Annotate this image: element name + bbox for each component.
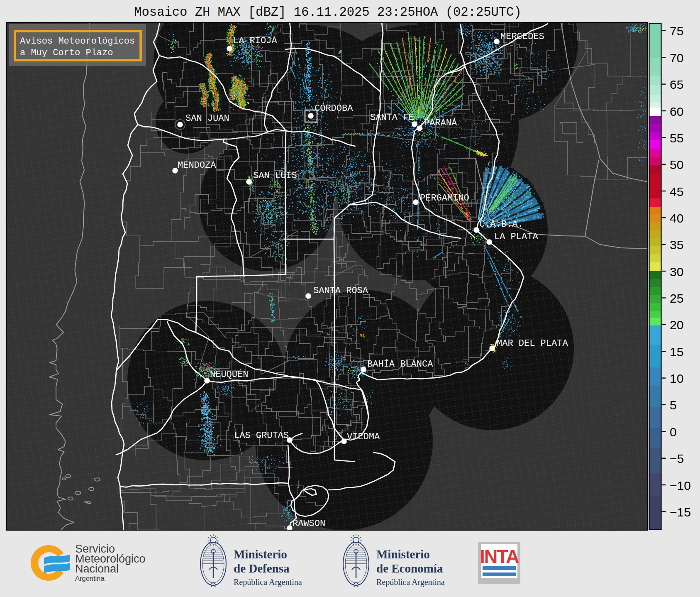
svg-text:MAR DEL PLATA: MAR DEL PLATA: [497, 338, 568, 349]
svg-text:VIEDMA: VIEDMA: [347, 432, 380, 442]
svg-text:Argentina: Argentina: [75, 575, 105, 582]
svg-text:CÓRDOBA: CÓRDOBA: [315, 103, 353, 114]
svg-text:de Defensa: de Defensa: [234, 562, 290, 575]
svg-text:10: 10: [670, 372, 683, 385]
svg-text:0: 0: [670, 425, 677, 439]
svg-text:−10: −10: [670, 479, 691, 492]
svg-text:20: 20: [670, 318, 683, 332]
svg-text:60: 60: [670, 105, 683, 118]
svg-text:C.A.B.A.: C.A.B.A.: [479, 219, 523, 230]
svg-text:SANTA ROSA: SANTA ROSA: [313, 286, 368, 296]
svg-text:LA RIOJA: LA RIOJA: [233, 36, 277, 46]
svg-text:de Economía: de Economía: [376, 562, 443, 575]
svg-text:Nacional: Nacional: [75, 563, 119, 575]
svg-text:25: 25: [670, 291, 683, 305]
svg-text:BAHÍA BLANCA: BAHÍA BLANCA: [367, 359, 433, 369]
svg-text:5: 5: [670, 398, 677, 412]
svg-text:MENDOZA: MENDOZA: [178, 160, 216, 171]
svg-text:45: 45: [670, 185, 683, 198]
svg-text:República Argentina: República Argentina: [234, 577, 302, 587]
svg-text:NEUQUÉN: NEUQUÉN: [210, 369, 248, 380]
svg-text:70: 70: [670, 51, 683, 65]
svg-text:35: 35: [670, 238, 683, 252]
svg-text:50: 50: [670, 158, 683, 171]
svg-text:República Argentina: República Argentina: [376, 577, 445, 587]
svg-text:−15: −15: [670, 505, 691, 519]
svg-text:SAN LUIS: SAN LUIS: [253, 171, 297, 181]
svg-text:PARANÁ: PARANÁ: [424, 117, 457, 128]
svg-text:Ministerio: Ministerio: [234, 548, 287, 561]
svg-text:55: 55: [670, 131, 683, 145]
svg-text:−5: −5: [670, 452, 684, 465]
svg-text:SAN JUAN: SAN JUAN: [185, 113, 229, 124]
svg-text:Avisos Meteorológicos: Avisos Meteorológicos: [20, 36, 135, 46]
svg-text:40: 40: [670, 211, 683, 225]
svg-text:Ministerio: Ministerio: [376, 548, 430, 561]
svg-text:LAS GRUTAS: LAS GRUTAS: [234, 431, 289, 441]
svg-text:INTA: INTA: [480, 546, 519, 567]
svg-text:MERCEDES: MERCEDES: [500, 32, 544, 42]
svg-text:75: 75: [670, 24, 683, 38]
svg-text:PERGAMINO: PERGAMINO: [420, 193, 469, 203]
svg-text:a Muy Corto Plazo: a Muy Corto Plazo: [20, 48, 113, 58]
svg-text:15: 15: [670, 345, 683, 359]
svg-text:RAWSON: RAWSON: [293, 519, 325, 529]
svg-text:Mosaico ZH MAX [dBZ] 16.11.202: Mosaico ZH MAX [dBZ] 16.11.2025 23:25HOA…: [134, 5, 521, 20]
svg-text:LA PLATA: LA PLATA: [494, 232, 538, 242]
svg-text:SANTA FE: SANTA FE: [370, 113, 414, 123]
svg-text:30: 30: [670, 265, 683, 279]
svg-text:65: 65: [670, 78, 683, 91]
